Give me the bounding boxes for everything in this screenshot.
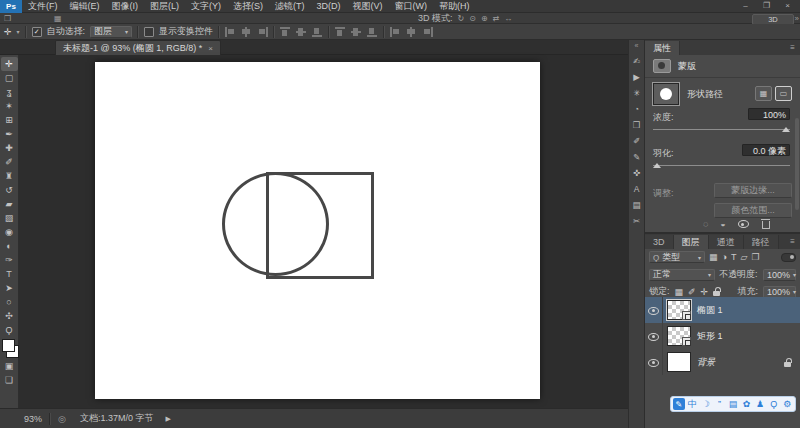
align-top-button[interactable] (280, 27, 291, 37)
panel-menu-icon[interactable]: ≡ (790, 235, 795, 249)
visibility-cell[interactable] (645, 349, 663, 375)
tab-layers[interactable]: 图层 (674, 235, 709, 249)
canvas-area[interactable] (19, 55, 628, 408)
document-info[interactable]: 文档:1.37M/0 字节 (80, 412, 154, 425)
grid-icon[interactable]: ▦ (54, 14, 62, 23)
layer-name[interactable]: 背景 (697, 356, 715, 369)
history-brush-tool[interactable]: ↺ (1, 183, 18, 197)
ime-keyboard-icon[interactable]: ▤ (727, 399, 739, 409)
feather-slider-thumb[interactable] (653, 163, 661, 168)
distribute-right-button[interactable] (422, 27, 433, 37)
show-transform-checkbox[interactable] (144, 27, 154, 37)
measurement-panel-icon[interactable]: ✂ (630, 214, 644, 228)
menu-image[interactable]: 图像(I) (106, 0, 145, 13)
distribute-h-center-button[interactable] (406, 27, 417, 37)
feather-value[interactable]: 0.0 像素 (742, 144, 790, 156)
layer-thumbnail[interactable] (667, 326, 691, 346)
shape-tool[interactable]: ○ (1, 295, 18, 309)
menu-filter[interactable]: 滤镜(T) (269, 0, 311, 13)
tab-paths[interactable]: 路径 (744, 235, 779, 249)
layer-comps-panel-icon[interactable]: ❒ (630, 118, 644, 132)
pen-tool[interactable]: ✑ (1, 253, 18, 267)
layer-name[interactable]: 矩形 1 (697, 330, 723, 343)
close-button[interactable]: × (781, 1, 794, 10)
expand-panels-icon[interactable]: « (635, 42, 639, 52)
menu-edit[interactable]: 编辑(E) (64, 0, 106, 13)
opacity-value[interactable]: 100% ▾ (763, 269, 796, 281)
move-tool[interactable]: ✛ (1, 57, 18, 71)
eye-icon[interactable] (648, 331, 659, 342)
visibility-cell[interactable] (645, 297, 663, 323)
filter-type-dropdown[interactable]: Ϙ 类型 ▾ (649, 251, 705, 263)
marquee-tool[interactable]: ▢ (1, 71, 18, 85)
3d-rotate-icon[interactable]: ↻ (458, 14, 465, 23)
distribute-v-center-button[interactable] (351, 27, 362, 37)
quick-mask-button[interactable]: ▣ (1, 359, 18, 373)
overflow-chevron-icon[interactable]: » (795, 14, 799, 23)
clone-source-panel-icon[interactable]: ✜ (630, 166, 644, 180)
align-v-center-button[interactable] (296, 27, 307, 37)
distribute-top-button[interactable] (335, 27, 346, 37)
filter-pixel-icon[interactable]: ▦ (709, 252, 718, 262)
status-expand-icon[interactable]: ▶ (165, 415, 170, 423)
tab-3d[interactable]: 3D (645, 235, 674, 249)
filter-type-icon[interactable]: T (731, 252, 737, 262)
vector-mask-thumbnail[interactable] (653, 83, 679, 105)
tab-properties[interactable]: 属性 (645, 41, 680, 55)
align-right-button[interactable] (257, 27, 268, 37)
color-range-button[interactable]: 颜色范围... (714, 203, 792, 218)
gradient-tool[interactable]: ▨ (1, 211, 18, 225)
history-panel-icon[interactable]: ✍ (630, 54, 644, 68)
brush-presets-panel-icon[interactable]: ✎ (630, 150, 644, 164)
3d-drag-icon[interactable]: ⊕ (481, 14, 488, 23)
menu-3d[interactable]: 3D(D) (311, 0, 347, 13)
filter-adjustment-icon[interactable]: ◑ (722, 252, 727, 262)
adjustments-panel-icon[interactable]: ◔ (630, 102, 644, 116)
mask-edge-button[interactable]: 蒙版边缘... (714, 183, 792, 198)
zoom-tool[interactable]: Ϙ (1, 323, 18, 337)
distribute-bottom-button[interactable] (367, 27, 378, 37)
blend-mode-dropdown[interactable]: 正常 ▾ (649, 269, 715, 281)
menu-file[interactable]: 文件(F) (22, 0, 64, 13)
foreground-color-swatch[interactable] (2, 339, 15, 352)
filter-shape-icon[interactable]: ▱ (740, 252, 747, 262)
brush-panel-icon[interactable]: ✐ (630, 134, 644, 148)
filter-toggle[interactable] (781, 253, 796, 262)
screen-mode-button[interactable]: ❏ (1, 373, 18, 387)
ime-logo-icon[interactable]: ✎ (673, 398, 685, 410)
menu-select[interactable]: 选择(S) (227, 0, 269, 13)
delete-mask-trash-icon[interactable] (761, 219, 770, 229)
menu-layer[interactable]: 图层(L) (144, 0, 185, 13)
restore-button[interactable]: ❐ (760, 1, 773, 10)
app-bar-icon-1[interactable]: ❒ (4, 14, 11, 23)
lock-pixels-icon[interactable]: ✐ (688, 287, 696, 297)
3d-slide-icon[interactable]: ⇄ (493, 14, 500, 23)
feather-slider[interactable] (653, 165, 790, 166)
color-swatches[interactable] (1, 339, 18, 359)
lock-transparent-icon[interactable]: ▦ (675, 287, 684, 297)
eyedropper-tool[interactable]: ✒ (1, 127, 18, 141)
eye-icon[interactable] (648, 357, 659, 368)
disable-mask-eye-icon[interactable] (738, 218, 749, 229)
auto-select-dropdown[interactable]: 图层 ▾ (90, 26, 132, 38)
layer-row-background[interactable]: 背景 (645, 349, 800, 375)
tab-channels[interactable]: 通道 (709, 235, 744, 249)
distribute-left-button[interactable] (390, 27, 401, 37)
density-slider[interactable] (653, 129, 790, 130)
layer-name[interactable]: 椭圆 1 (697, 304, 723, 317)
type-tool[interactable]: T (1, 267, 18, 281)
layer-row-rectangle[interactable]: 矩形 1 (645, 323, 800, 349)
align-h-center-button[interactable] (241, 27, 252, 37)
menu-view[interactable]: 视图(V) (347, 0, 389, 13)
density-value[interactable]: 100% (748, 108, 790, 120)
lock-all-icon[interactable] (713, 287, 721, 296)
blur-tool[interactable]: ◉ (1, 225, 18, 239)
layer-thumbnail[interactable] (667, 352, 691, 372)
path-selection-tool[interactable]: ➤ (1, 281, 18, 295)
apply-mask-icon[interactable]: ◒ (720, 219, 725, 229)
auto-select-checkbox[interactable]: ✓ (32, 27, 42, 37)
3d-scale-icon[interactable]: ↔ (504, 14, 512, 23)
ime-search-icon[interactable]: Ϙ (768, 399, 780, 409)
add-vector-mask-button[interactable]: ▭ (775, 86, 792, 101)
lock-position-icon[interactable]: ✛ (701, 287, 709, 297)
